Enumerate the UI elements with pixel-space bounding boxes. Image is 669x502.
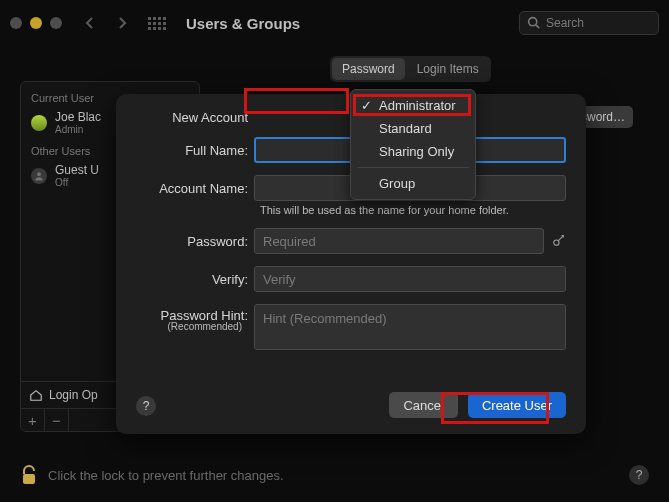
close-window-dot[interactable] xyxy=(10,17,22,29)
dropdown-item-group[interactable]: Group xyxy=(351,172,475,195)
password-input[interactable] xyxy=(254,228,544,254)
tab-login-items[interactable]: Login Items xyxy=(407,58,489,80)
svg-rect-3 xyxy=(23,474,35,484)
content-tabs: Password Login Items xyxy=(330,56,491,82)
account-name-hint: This will be used as the name for your h… xyxy=(260,204,566,216)
search-icon xyxy=(527,16,540,29)
label-new-account: New Account xyxy=(132,110,254,125)
verify-input[interactable] xyxy=(254,266,566,292)
forward-button[interactable] xyxy=(110,11,134,35)
label-full-name: Full Name: xyxy=(132,143,254,158)
guest-name: Guest U xyxy=(55,163,99,177)
search-input[interactable] xyxy=(519,11,659,35)
guest-avatar-icon xyxy=(31,168,47,184)
dropdown-separator xyxy=(357,167,469,168)
password-key-icon[interactable] xyxy=(552,233,566,250)
window-title: Users & Groups xyxy=(186,15,300,32)
remove-user-button[interactable]: − xyxy=(45,409,69,431)
dropdown-item-sharing-only[interactable]: Sharing Only xyxy=(351,140,475,163)
back-button[interactable] xyxy=(78,11,102,35)
avatar-icon xyxy=(31,115,47,131)
traffic-lights xyxy=(10,17,62,29)
cancel-button[interactable]: Cancel xyxy=(389,392,457,418)
help-button[interactable]: ? xyxy=(136,396,156,416)
login-options-label: Login Op xyxy=(49,388,98,402)
add-user-button[interactable]: + xyxy=(21,409,45,431)
dropdown-item-administrator[interactable]: ✓Administrator xyxy=(351,94,475,117)
apps-grid-icon[interactable] xyxy=(148,17,166,30)
account-type-dropdown[interactable]: ✓Administrator Standard Sharing Only Gro… xyxy=(350,89,476,200)
label-hint-sub: (Recommended) xyxy=(132,321,248,332)
zoom-window-dot[interactable] xyxy=(50,17,62,29)
lock-row: Click the lock to prevent further change… xyxy=(20,464,649,486)
page-help-button[interactable]: ? xyxy=(629,465,649,485)
lock-icon[interactable] xyxy=(20,464,38,486)
tab-password[interactable]: Password xyxy=(332,58,405,80)
search-wrap xyxy=(519,11,659,35)
house-icon xyxy=(29,388,43,402)
create-user-button[interactable]: Create User xyxy=(468,392,566,418)
guest-status: Off xyxy=(55,177,99,188)
user-name: Joe Blac xyxy=(55,110,101,124)
minimize-window-dot[interactable] xyxy=(30,17,42,29)
svg-point-1 xyxy=(37,172,41,176)
label-account-name: Account Name: xyxy=(132,181,254,196)
svg-point-0 xyxy=(529,18,537,26)
user-role: Admin xyxy=(55,124,101,135)
window-toolbar: Users & Groups xyxy=(0,0,669,46)
label-verify: Verify: xyxy=(132,272,254,287)
password-hint-input[interactable] xyxy=(254,304,566,350)
label-password: Password: xyxy=(132,234,254,249)
lock-text: Click the lock to prevent further change… xyxy=(48,468,284,483)
new-account-sheet: New Account Full Name: Account Name: Thi… xyxy=(116,94,586,434)
dropdown-item-standard[interactable]: Standard xyxy=(351,117,475,140)
